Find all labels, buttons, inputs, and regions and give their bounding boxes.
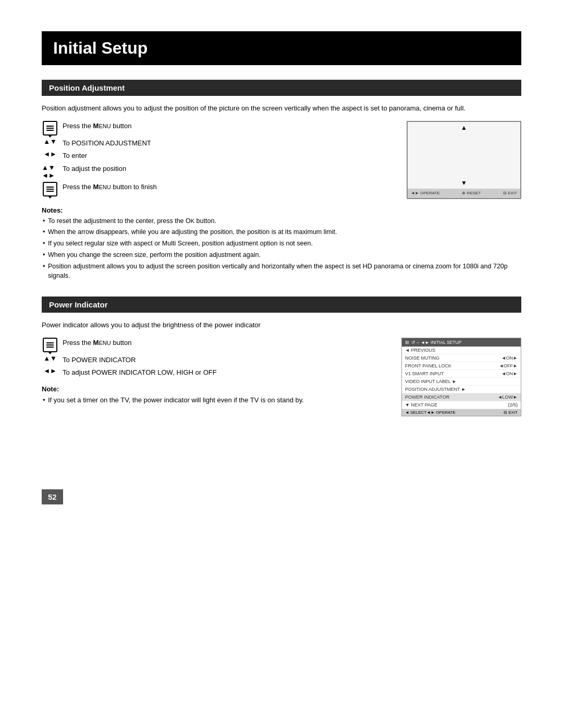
power-ind-label: POWER INDICATOR bbox=[405, 394, 449, 400]
position-adjustment-section: Position Adjustment Position adjustment … bbox=[42, 80, 521, 281]
power-indicator-desc: Power indicator allows you to adjust the… bbox=[42, 320, 521, 330]
pi-step-updown: ▲▼ To POWER INDICATOR bbox=[42, 355, 386, 365]
all-arrows-icon: ▲▼ ◄► bbox=[42, 164, 58, 179]
page-number: 52 bbox=[42, 489, 63, 504]
svg-rect-5 bbox=[46, 191, 54, 192]
position-adjustment-instructions: Press the MENU button ▲▼ To POSITION ADJ… bbox=[42, 121, 521, 199]
noise-muting-value: ◄ON► bbox=[501, 355, 518, 361]
svg-rect-2 bbox=[46, 130, 54, 131]
screen-operate-label: ◄► OPERATE bbox=[411, 191, 440, 195]
step-press-menu: Press the MENU button bbox=[42, 121, 391, 135]
menu-title-icons: ⊞ bbox=[405, 340, 409, 345]
menu-button-icon bbox=[43, 121, 57, 135]
front-panel-lock-value: ◄OFF► bbox=[499, 363, 518, 368]
front-panel-lock-label: FRONT PANEL LOCK bbox=[405, 363, 451, 368]
menu-row-front-panel-lock: FRONT PANEL LOCK ◄OFF► bbox=[402, 362, 521, 370]
pi-step2-text: To POWER INDICATOR bbox=[63, 355, 136, 365]
updown-icon-1: ▲▼ bbox=[42, 138, 58, 145]
position-adjustment-header: Position Adjustment bbox=[42, 80, 521, 96]
leftright-icon-1: ◄► bbox=[42, 151, 58, 157]
power-indicator-menu-screen: ⊞ ↺ ○ ◄► INITIAL SETUP ◄ PREVIOUS NOISE … bbox=[401, 338, 521, 416]
pi-menu-icon bbox=[42, 338, 58, 352]
pi-updown-arrows: ▲▼ bbox=[43, 355, 57, 362]
svg-rect-4 bbox=[46, 189, 54, 190]
pi-leftright-arrows: ◄► bbox=[43, 367, 57, 374]
menu-row-previous: ◄ PREVIOUS bbox=[402, 347, 521, 354]
menu-bottom-exit: ⊟ EXIT bbox=[504, 410, 518, 415]
menu-icon-2 bbox=[42, 182, 58, 196]
noise-muting-label: NOISE MUTING bbox=[405, 355, 439, 361]
menu-row-position-adj: POSITION ADJUSTMENT ► bbox=[402, 386, 521, 393]
step5-text: Press the MENU button to finish bbox=[63, 182, 157, 192]
step-press-menu-finish: Press the MENU button to finish bbox=[42, 182, 391, 196]
note-4: When you change the screen size, perform… bbox=[42, 250, 521, 260]
menu-bottom-operate: ◄ SELECT◄► OPERATE bbox=[405, 410, 456, 415]
pi-menu-button-icon bbox=[43, 338, 57, 352]
menu-button-icon-2 bbox=[43, 182, 57, 196]
pi-leftright-icon: ◄► bbox=[42, 367, 58, 374]
menu-row-video-input: VIDEO INPUT LABEL ► bbox=[402, 378, 521, 386]
power-indicator-instructions: Press the MENU button ▲▼ To POWER INDICA… bbox=[42, 338, 521, 416]
video-input-label: VIDEO INPUT LABEL ► bbox=[405, 379, 457, 384]
v1-smart-value: ◄ON► bbox=[501, 371, 518, 376]
pi-note-block: Note: • If you set a timer on the TV, th… bbox=[42, 385, 386, 405]
svg-rect-7 bbox=[46, 344, 54, 346]
step-all-arrows: ▲▼ ◄► To adjust the position bbox=[42, 164, 391, 179]
notes-title: Notes: bbox=[42, 206, 521, 214]
pi-step-menu: Press the MENU button bbox=[42, 338, 386, 352]
step-updown-1: ▲▼ To POSITION ADJUSTMENT bbox=[42, 138, 391, 149]
screen-reset-label: ⊕ RESET bbox=[462, 191, 481, 195]
page-title: Initial Setup bbox=[42, 31, 521, 65]
menu-row-v1-smart: V1 SMART INPUT ◄ON► bbox=[402, 370, 521, 378]
position-adjustment-steps: Press the MENU button ▲▼ To POSITION ADJ… bbox=[42, 121, 391, 199]
pi-step-leftright: ◄► To adjust POWER INDICATOR LOW, HIGH o… bbox=[42, 367, 386, 378]
pi-note-title: Note: bbox=[42, 385, 386, 393]
position-notes: Notes: To reset the adjustment to the ce… bbox=[42, 206, 521, 281]
updown-arrows-1: ▲▼ bbox=[43, 138, 57, 145]
leftright-arrows-1: ◄► bbox=[43, 151, 57, 157]
step-leftright-1: ◄► To enter bbox=[42, 151, 391, 161]
power-indicator-section: Power Indicator Power indicator allows y… bbox=[42, 297, 521, 416]
next-page-value: (2/5) bbox=[508, 402, 518, 408]
step3-text: To enter bbox=[63, 151, 87, 161]
svg-rect-1 bbox=[46, 128, 54, 129]
power-indicator-steps: Press the MENU button ▲▼ To POWER INDICA… bbox=[42, 338, 386, 416]
step4-text: To adjust the position bbox=[63, 164, 126, 174]
pi-step1-text: Press the MENU button bbox=[63, 338, 131, 348]
next-page-label: ▼ NEXT PAGE bbox=[405, 402, 437, 408]
position-adjustment-desc: Position adjustment allows you to adjust… bbox=[42, 103, 521, 114]
note-2: When the arrow disappears, while you are… bbox=[42, 227, 521, 237]
step1-text: Press the MENU button bbox=[63, 121, 131, 131]
all-arrows: ▲▼ ◄► bbox=[42, 164, 58, 179]
previous-label: ◄ PREVIOUS bbox=[405, 348, 435, 353]
v1-smart-label: V1 SMART INPUT bbox=[405, 371, 444, 376]
position-screen-mockup: ▲ ▼ ◄► OPERATE ⊕ RESET ⊟ EXIT bbox=[407, 121, 521, 199]
menu-title-text: ↺ ○ ◄► INITIAL SETUP bbox=[411, 340, 461, 345]
menu-row-power-indicator: POWER INDICATOR ◄LOW► bbox=[402, 393, 521, 401]
screen-exit-label: ⊟ EXIT bbox=[503, 191, 517, 195]
svg-rect-0 bbox=[46, 126, 54, 127]
screen-bottom-bar: ◄► OPERATE ⊕ RESET ⊟ EXIT bbox=[408, 189, 520, 198]
svg-rect-8 bbox=[46, 347, 54, 348]
note-5: Position adjustment allows you to adjust… bbox=[42, 262, 521, 281]
menu-row-next-page: ▼ NEXT PAGE (2/5) bbox=[402, 401, 521, 409]
menu-icon-1 bbox=[42, 121, 58, 135]
screen-down-arrow: ▼ bbox=[461, 179, 467, 187]
menu-screen-bottom: ◄ SELECT◄► OPERATE ⊟ EXIT bbox=[402, 409, 521, 416]
menu-row-noise-muting: NOISE MUTING ◄ON► bbox=[402, 354, 521, 362]
note-3: If you select regular size with aspect o… bbox=[42, 239, 521, 249]
menu-screen-title-bar: ⊞ ↺ ○ ◄► INITIAL SETUP bbox=[402, 338, 521, 347]
svg-rect-3 bbox=[46, 187, 54, 188]
note-1: To reset the adjustment to the center, p… bbox=[42, 216, 521, 226]
screen-up-arrow: ▲ bbox=[461, 124, 467, 131]
pi-step3-text: To adjust POWER INDICATOR LOW, HIGH or O… bbox=[63, 367, 217, 378]
pi-note-text: • If you set a timer on the TV, the powe… bbox=[42, 395, 386, 405]
svg-rect-6 bbox=[46, 342, 54, 343]
power-ind-value: ◄LOW► bbox=[498, 394, 518, 400]
position-adj-label: POSITION ADJUSTMENT ► bbox=[405, 387, 466, 392]
step2-text: To POSITION ADJUSTMENT bbox=[63, 138, 151, 149]
pi-updown-icon: ▲▼ bbox=[42, 355, 58, 362]
power-indicator-header: Power Indicator bbox=[42, 297, 521, 313]
page-number-container: 52 bbox=[42, 458, 521, 504]
